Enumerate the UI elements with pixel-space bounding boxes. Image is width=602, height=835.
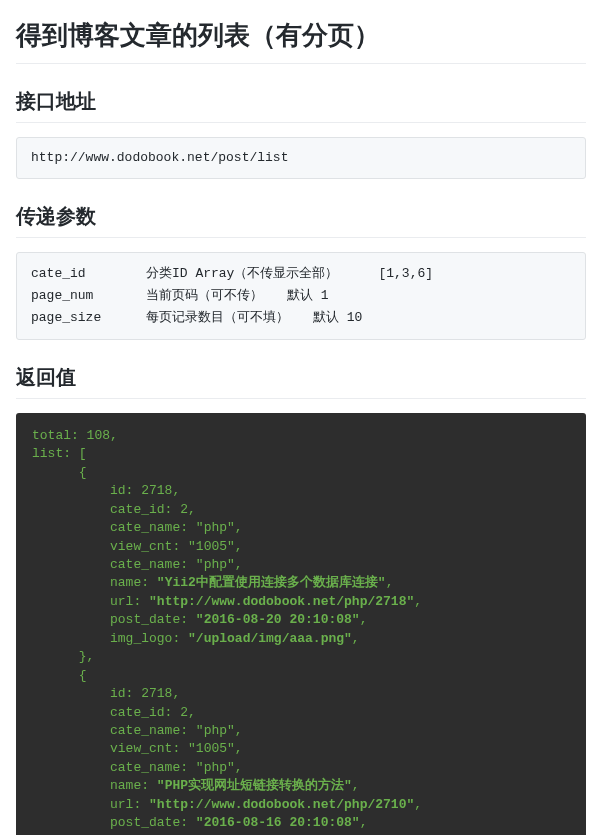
param-default: 默认 10 xyxy=(313,307,362,329)
endpoint-heading: 接口地址 xyxy=(16,86,586,123)
page-title: 得到博客文章的列表（有分页） xyxy=(16,16,586,64)
param-row: cate_id 分类ID Array（不传显示全部） [1,3,6] xyxy=(31,263,571,285)
param-desc: 当前页码（可不传） xyxy=(146,285,263,307)
param-desc: 每页记录数目（可不填） xyxy=(146,307,289,329)
params-heading: 传递参数 xyxy=(16,201,586,238)
param-name: cate_id xyxy=(31,263,146,285)
param-desc: 分类ID Array（不传显示全部） xyxy=(146,263,338,285)
param-default: 默认 1 xyxy=(287,285,329,307)
param-name: page_num xyxy=(31,285,146,307)
param-example: [1,3,6] xyxy=(378,263,433,285)
param-row: page_num 当前页码（可不传） 默认 1 xyxy=(31,285,571,307)
return-heading: 返回值 xyxy=(16,362,586,399)
param-row: page_size 每页记录数目（可不填） 默认 10 xyxy=(31,307,571,329)
endpoint-url: http://www.dodobook.net/post/list xyxy=(16,137,586,179)
params-box: cate_id 分类ID Array（不传显示全部） [1,3,6] page_… xyxy=(16,252,586,340)
return-code-block: total: 108,list: [ { id: 2718, cate_id: … xyxy=(16,413,586,835)
param-name: page_size xyxy=(31,307,146,329)
